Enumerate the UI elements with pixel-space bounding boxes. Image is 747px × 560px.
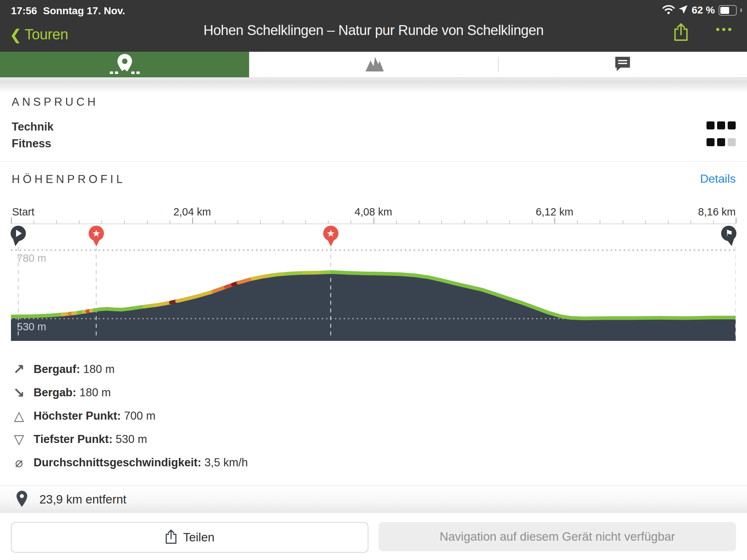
rating-square <box>728 138 736 146</box>
axis-tick <box>554 218 555 223</box>
stat-text: Tiefster Punkt: 530 m <box>34 433 147 446</box>
technik-rating <box>707 121 736 129</box>
back-label: Touren <box>25 26 68 43</box>
anspruch-section-title: ANSPRUCH <box>12 96 98 109</box>
axis-tick <box>487 220 487 223</box>
status-icons: 62 % <box>662 4 742 16</box>
x-axis-label: 4,08 km <box>355 206 392 218</box>
elevation-chart[interactable] <box>11 226 736 341</box>
rating-square <box>717 121 725 129</box>
axis-tick <box>532 220 533 223</box>
technik-label: Technik <box>12 120 54 133</box>
axis-tick <box>237 220 238 223</box>
tab-divider <box>498 57 499 72</box>
axis-tick <box>305 220 306 223</box>
chart-x-axis: Start2,04 km4,08 km6,12 km8,16 km <box>11 206 736 218</box>
rating-square <box>717 138 725 146</box>
back-button[interactable]: ❮ Touren <box>9 26 68 43</box>
axis-tick <box>419 220 419 223</box>
axis-tick <box>170 220 170 223</box>
finish-flag-marker[interactable]: ⚑ <box>720 225 737 247</box>
stat-text: Bergab: 180 m <box>34 386 111 399</box>
axis-tick <box>124 220 125 223</box>
axis-tick <box>509 220 510 223</box>
elevation-profile-icon <box>363 56 385 73</box>
ascent-icon: ↗ <box>9 362 28 376</box>
axis-tick <box>79 220 80 223</box>
axis-tick <box>645 220 646 223</box>
navigation-unavailable-button: Navigation auf diesem Gerät nicht verfüg… <box>379 522 736 551</box>
chart-tick-row <box>11 217 736 224</box>
waypoint-star-marker[interactable]: ★ <box>88 225 105 247</box>
axis-tick <box>668 220 669 223</box>
fitness-rating <box>707 138 736 146</box>
axis-tick <box>11 218 12 223</box>
tab-shadow <box>0 77 747 92</box>
axis-tick <box>600 220 600 223</box>
wifi-icon <box>662 5 675 16</box>
x-axis-label: Start <box>12 206 34 218</box>
location-arrow-icon <box>678 5 688 16</box>
comments-icon <box>614 56 631 73</box>
share-tour-button[interactable]: Teilen <box>11 522 368 553</box>
axis-tick <box>374 218 374 223</box>
share-button-label: Teilen <box>183 530 214 544</box>
axis-tick <box>713 220 714 223</box>
gridline-label-780: 780 m <box>17 252 46 264</box>
rating-square <box>707 138 715 146</box>
battery-icon <box>719 5 737 16</box>
axis-tick <box>192 218 193 223</box>
axis-tick <box>441 220 442 223</box>
x-axis-label: 2,04 km <box>173 206 211 218</box>
stat-row: △ Höchster Punkt: 700 m <box>0 404 155 428</box>
stat-text: Bergauf: 180 m <box>34 363 115 376</box>
stat-row: ⌀ Durchschnittsgeschwindigkeit: 3,5 km/h <box>0 451 248 474</box>
average-icon: ⌀ <box>9 456 28 469</box>
page-title: Hohen Schelklingen – Natur pur Runde von… <box>118 23 629 38</box>
axis-tick <box>736 218 736 223</box>
fitness-label: Fitness <box>12 137 51 150</box>
gridline-label-530: 530 m <box>17 321 46 333</box>
highest-point-icon: △ <box>9 409 28 423</box>
battery-percent: 62 % <box>692 4 715 16</box>
x-axis-label: 6,12 km <box>536 206 573 218</box>
location-pin-icon <box>16 491 28 508</box>
details-link[interactable]: Details <box>700 172 736 186</box>
share-icon[interactable] <box>673 23 689 42</box>
axis-tick <box>34 220 34 223</box>
share-icon <box>165 529 177 546</box>
back-chevron-icon: ❮ <box>9 27 22 42</box>
stat-row: ↗ Bergauf: 180 m <box>0 358 115 381</box>
lowest-point-icon: ▽ <box>9 433 28 446</box>
battery-nub <box>740 8 742 12</box>
axis-tick <box>623 220 623 223</box>
stat-text: Höchster Punkt: 700 m <box>34 409 155 423</box>
tab-elevation-profile[interactable] <box>249 52 498 77</box>
axis-tick <box>260 220 261 223</box>
waypoint-star-marker[interactable]: ★ <box>322 225 339 247</box>
start-play-marker[interactable] <box>10 225 27 247</box>
hoehenprofil-section-title: HÖHENPROFIL <box>12 173 125 186</box>
axis-tick <box>351 220 351 223</box>
distance-text: 23,9 km entfernt <box>39 493 126 506</box>
svg-text:★: ★ <box>92 228 100 239</box>
svg-text:★: ★ <box>326 228 335 239</box>
axis-tick <box>283 220 283 223</box>
axis-tick <box>101 220 102 223</box>
distance-row[interactable]: 23,9 km entfernt <box>0 486 747 513</box>
status-date: Sonntag 17. Nov. <box>43 5 125 17</box>
axis-tick <box>464 220 465 223</box>
axis-tick <box>690 220 691 223</box>
section-divider <box>0 161 747 162</box>
rating-square <box>728 121 736 129</box>
more-menu-icon[interactable]: ••• <box>716 23 734 36</box>
stat-row: ▽ Tiefster Punkt: 530 m <box>0 428 147 451</box>
navigation-button-label: Navigation auf diesem Gerät nicht verfüg… <box>440 530 675 544</box>
axis-tick <box>215 220 216 223</box>
descent-icon: ↘ <box>9 386 28 400</box>
axis-tick <box>147 220 148 223</box>
tab-comments[interactable] <box>498 52 747 77</box>
axis-tick <box>577 220 578 223</box>
rating-square <box>707 121 715 129</box>
axis-tick <box>56 220 57 223</box>
